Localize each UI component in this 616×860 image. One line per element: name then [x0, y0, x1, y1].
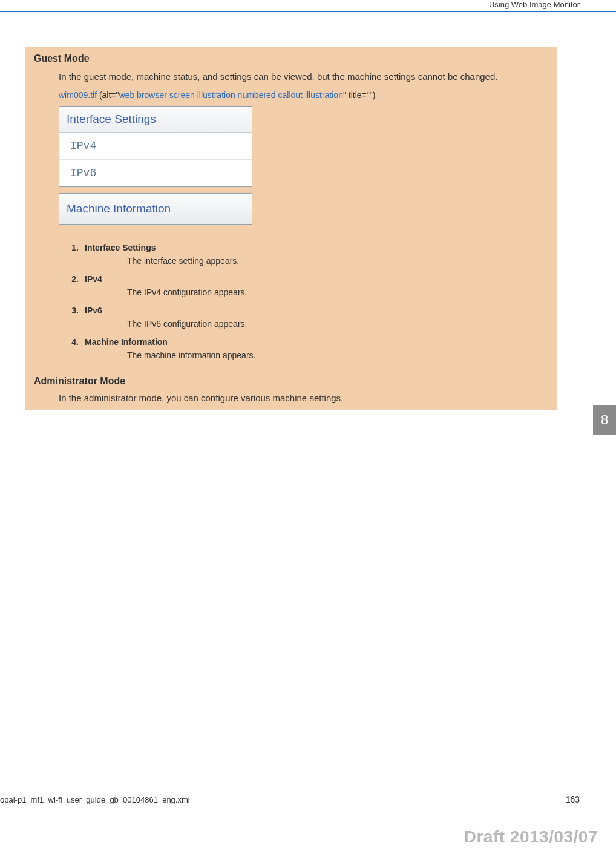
interface-settings-header: Interface Settings: [59, 107, 252, 133]
list-number: 3.: [68, 306, 79, 315]
admin-mode-body: In the administrator mode, you can confi…: [25, 390, 557, 410]
list-title: IPv4: [85, 274, 102, 284]
machine-information-panel: Machine Information: [59, 193, 252, 225]
image-reference-line: wim009.tif (alt="web browser screen illu…: [25, 89, 557, 106]
callout-list: 1. Interface Settings The interface sett…: [25, 233, 557, 375]
chapter-tab: 8: [593, 405, 616, 435]
list-item: 3. IPv6: [68, 306, 532, 315]
list-number: 1.: [68, 243, 79, 252]
list-item: 4. Machine Information: [68, 337, 532, 347]
ref-alt-link[interactable]: web browser screen illustration numbered…: [119, 90, 343, 100]
ref-filename-link[interactable]: wim009.tif: [59, 90, 97, 100]
interface-settings-panel: Interface Settings IPv4 IPv6: [59, 106, 252, 187]
list-item: 2. IPv4: [68, 274, 532, 284]
guest-mode-body: In the guest mode, machine status, and s…: [25, 68, 557, 89]
list-desc: The machine information appears.: [68, 350, 532, 369]
ref-text-2: " title=""): [343, 90, 375, 100]
list-desc: The IPv4 configuration appears.: [68, 287, 532, 306]
admin-mode-heading: Administrator Mode: [25, 375, 557, 390]
machine-information-header: Machine Information: [59, 194, 252, 224]
content-panel: Guest Mode In the guest mode, machine st…: [25, 47, 557, 410]
guest-mode-heading: Guest Mode: [25, 47, 557, 68]
list-title: Machine Information: [85, 337, 168, 347]
ipv6-item: IPv6: [59, 160, 252, 186]
header-rule: [0, 11, 616, 12]
list-desc: The IPv6 configuration appears.: [68, 319, 532, 337]
list-title: Interface Settings: [85, 243, 156, 252]
list-title: IPv6: [85, 306, 102, 315]
list-number: 2.: [68, 274, 79, 284]
ipv4-item: IPv4: [59, 133, 252, 160]
draft-watermark: Draft 2013/03/07: [464, 827, 598, 847]
list-item: 1. Interface Settings: [68, 243, 532, 252]
running-header: Using Web Image Monitor: [489, 0, 580, 9]
list-number: 4.: [68, 337, 79, 347]
ref-text-1: (alt=": [97, 90, 119, 100]
list-desc: The interface setting appears.: [68, 256, 532, 274]
ui-illustration: Interface Settings IPv4 IPv6 Machine Inf…: [59, 106, 252, 225]
footer-page-number: 163: [566, 795, 580, 804]
footer-filename: opal-p1_mf1_wi-fi_user_guide_gb_00104861…: [0, 795, 190, 804]
